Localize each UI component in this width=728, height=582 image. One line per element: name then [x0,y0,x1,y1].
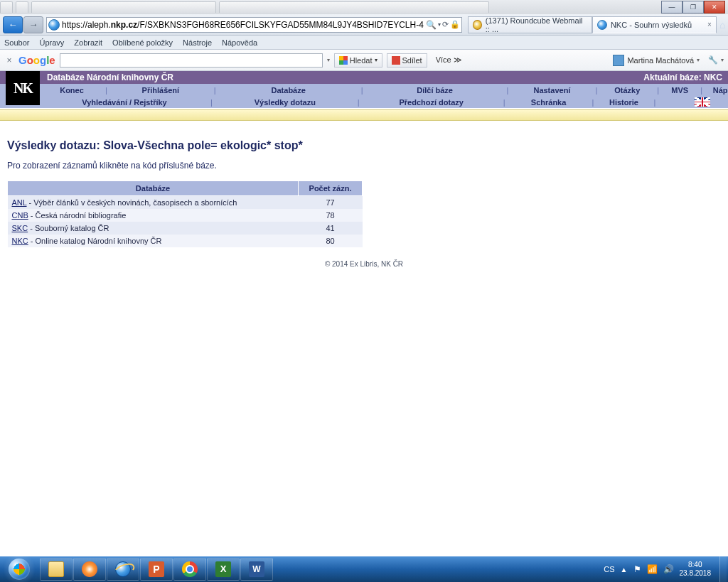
taskbar-wmp[interactable] [73,558,106,581]
ie-menu-bar: Soubor Úpravy Zobrazit Oblíbené položky … [0,36,728,50]
ie-favicon-icon [597,20,607,30]
db-link-cnb[interactable]: CNB [12,211,28,220]
ie-home-icon[interactable]: ⌂ [719,19,725,31]
tray-expand-icon[interactable]: ▲ [621,566,628,573]
db-link-skc[interactable]: SKC [12,224,28,232]
menu-oblibene[interactable]: Oblíbené položky [112,38,173,47]
address-bar[interactable]: https://aleph.nkp.cz/F/SXBKNS3FGH68RE656… [46,17,462,33]
db-link-anl[interactable]: ANL [12,198,27,207]
taskbar-excel[interactable] [207,558,240,581]
table-row: ANL - Výběr článků v českých novinách, č… [8,196,363,210]
tab-close-icon[interactable]: × [707,21,712,28]
taskbar-explorer[interactable] [40,558,73,581]
menu-soubor[interactable]: Soubor [4,38,29,47]
taskbar-word[interactable] [240,558,273,581]
db-count: 77 [299,196,363,210]
powerpoint-icon [149,561,164,577]
main-content: Výsledky dotazu: Slova-Všechna pole= eko… [0,121,728,276]
windows-taskbar: CS ▲ ⚑ 📶 🔊 8:40 23.8.2018 [0,556,728,582]
tab-label: NKC - Souhrn výsledků [611,21,692,29]
nav-dilci-baze[interactable]: Dílčí báze [365,86,505,95]
google-plus-icon [339,56,348,65]
nav-prihlaseni[interactable]: Přihlášení [109,86,213,95]
nav-vyhledavani[interactable]: Vyhledávání / Rejstříky [40,98,209,107]
language-indicator[interactable]: CS [604,565,614,573]
nav-databaze[interactable]: Databáze [218,86,360,95]
taskbar-clock[interactable]: 8:40 23.8.2018 [680,561,714,578]
address-lock-icon: 🔒 [450,20,460,29]
ie-forward-button[interactable]: → [23,16,43,33]
address-refresh-icon[interactable]: ⟳ [442,20,449,29]
browser-tab-nkc[interactable]: NKC - Souhrn výsledků × [592,16,717,33]
taskbar-ie[interactable] [107,558,139,581]
clock-time: 8:40 [680,561,712,569]
nav-napoveda[interactable]: Nápověda [704,86,728,95]
table-row: CNB - Česká národní bibliografie 78 [8,209,363,222]
nav-vysledky[interactable]: Výsledky dotazu [214,98,356,107]
results-heading: Výsledky dotazu: Slova-Všechna pole= eko… [7,139,721,152]
menu-zobrazit[interactable]: Zobrazit [74,38,102,47]
db-desc: Česká národní bibliografie [36,211,127,220]
table-row: SKC - Souborný katalog ČR 41 [8,222,363,235]
results-hint: Pro zobrazení záznamů klikněte na kód př… [7,161,721,171]
db-desc: Souborný katalog ČR [35,224,109,232]
window-titlebar: — ❐ ✕ [0,0,728,14]
address-dropdown-icon[interactable]: ▾ [438,21,441,28]
nav-nastaveni[interactable]: Nastavení [510,86,594,95]
menu-upravy[interactable]: Úpravy [39,38,64,47]
roundcube-favicon-icon [473,20,482,30]
google-profile[interactable]: Martina Machátová ▾ 🔧 ▾ [613,55,724,66]
english-flag-icon[interactable] [695,97,710,107]
google-more-button[interactable]: Více ≫ [436,55,462,65]
nav-konec[interactable]: Konec [40,86,104,95]
window-close-button[interactable]: ✕ [704,1,725,14]
chrome-icon [182,561,198,577]
avatar-icon [613,55,624,66]
db-link-nkc[interactable]: NKC [12,237,28,245]
google-search-input[interactable] [60,53,323,68]
db-desc: Výběr článků v českých novinách, časopis… [33,198,237,207]
tray-flag-icon[interactable]: ⚑ [633,564,641,574]
excel-icon [215,561,231,577]
google-logo: Google [18,54,55,66]
browser-tab-roundcube[interactable]: (1371) Roundcube Webmail :: ... [468,16,592,33]
tray-volume-icon[interactable]: 🔊 [663,564,674,574]
nav-otazky[interactable]: Otázky [599,86,655,95]
library-title: Databáze Národní knihovny ČR [47,72,173,82]
nav-historie[interactable]: Historie [595,98,652,107]
clock-date: 23.8.2018 [680,569,712,578]
start-button[interactable] [0,556,38,582]
db-count: 41 [299,222,363,235]
show-desktop-button[interactable] [719,556,727,582]
th-database: Databáze [8,181,299,196]
window-maximize-button[interactable]: ❐ [682,1,704,14]
system-tray: CS ▲ ⚑ 📶 🔊 8:40 23.8.2018 [604,556,728,582]
menu-napoveda[interactable]: Nápověda [222,38,257,47]
taskbar-chrome[interactable] [173,558,206,581]
nav-predchozi[interactable]: Předchozí dotazy [361,98,502,107]
nav-mvs[interactable]: MVS [660,86,699,95]
taskbar-powerpoint[interactable] [140,558,173,581]
current-base-label: Aktuální báze: NKC [643,72,728,82]
google-toolbar: × Google ▾ Hledat ▾ Sdílet Více ≫ Martin… [0,50,728,71]
google-share-button[interactable]: Sdílet [387,53,427,68]
google-share-icon [392,56,400,65]
address-search-icon[interactable]: 🔍 [426,20,437,30]
nav-schranka[interactable]: Schránka [507,98,591,107]
window-minimize-button[interactable]: — [661,1,682,14]
db-count: 80 [299,235,363,247]
db-count: 78 [299,209,363,222]
menu-nastroje[interactable]: Nástroje [183,38,212,47]
wrench-icon[interactable]: 🔧 [708,55,718,65]
google-search-dropdown-icon[interactable]: ▾ [327,57,330,63]
google-toolbar-close-icon[interactable]: × [4,55,14,65]
profile-dropdown-icon: ▾ [697,57,700,63]
ie-icon [115,561,131,577]
google-search-button[interactable]: Hledat ▾ [334,53,382,68]
results-table: Databáze Počet zázn. ANL - Výběr článků … [7,180,363,247]
tray-network-icon[interactable]: 📶 [647,564,658,574]
yellow-divider [0,109,728,121]
ie-back-button[interactable]: ← [3,16,23,33]
word-icon [249,561,264,577]
profile-name: Martina Machátová [627,56,694,65]
